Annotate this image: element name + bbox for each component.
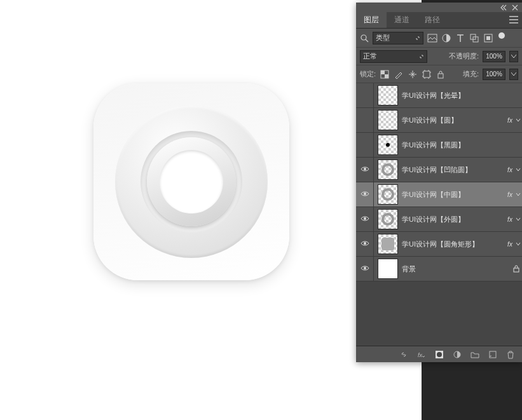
fill-field[interactable]: 100% (483, 69, 505, 80)
filter-shape-icon[interactable] (469, 33, 479, 43)
blend-mode-select[interactable]: 正常 (360, 50, 427, 63)
fx-indicator[interactable]: fx (505, 191, 514, 198)
link-layers-icon[interactable] (399, 349, 409, 360)
svg-point-0 (361, 35, 366, 40)
mask-add-icon[interactable] (434, 349, 444, 360)
close-panel-icon[interactable] (512, 4, 518, 11)
layer-thumbnail[interactable] (378, 135, 398, 155)
lock-pixels-icon[interactable] (394, 69, 404, 79)
layer-item[interactable]: 学UI设计网【黑圆】 (356, 133, 522, 158)
search-icon[interactable] (360, 34, 369, 43)
svg-point-12 (364, 168, 366, 170)
layer-name[interactable]: 学UI设计网【圆】 (402, 116, 505, 125)
visibility-toggle[interactable] (356, 108, 374, 132)
layer-name[interactable]: 学UI设计网【外圆】 (402, 215, 505, 224)
layer-thumbnail[interactable] (378, 184, 398, 205)
svg-point-14 (364, 217, 366, 220)
lock-indicator-icon (511, 265, 522, 273)
group-add-icon[interactable] (470, 349, 480, 360)
layer-name[interactable]: 学UI设计网【凹陷圆】 (402, 165, 505, 175)
visibility-toggle[interactable] (356, 232, 374, 256)
svg-rect-11 (438, 74, 443, 78)
tab-paths[interactable]: 路径 (417, 12, 448, 28)
blend-row: 正常 不透明度: 100% (356, 48, 522, 65)
layer-item[interactable]: 学UI设计网【圆】fx (356, 108, 522, 133)
svg-point-15 (364, 242, 366, 245)
svg-point-16 (364, 267, 366, 269)
blend-mode-value: 正常 (363, 51, 377, 61)
filter-type-label: 类型 (376, 33, 390, 43)
svg-text:fx: fx (418, 352, 423, 358)
visibility-toggle[interactable] (356, 133, 374, 157)
layer-thumbnail[interactable] (378, 259, 398, 279)
layers-panel: 图层 通道 路径 类型 正常 不透明度: 100% 锁定: (356, 3, 522, 362)
fx-indicator[interactable]: fx (505, 216, 514, 223)
layer-name[interactable]: 学UI设计网【光晕】 (402, 91, 522, 100)
panel-tabs: 图层 通道 路径 (356, 12, 522, 29)
layer-name[interactable]: 学UI设计网【圆角矩形】 (402, 240, 505, 249)
lock-all-icon[interactable] (436, 69, 446, 79)
expand-fx-icon[interactable] (514, 217, 522, 222)
layer-name[interactable]: 学UI设计网【黑圆】 (402, 140, 522, 150)
lock-transparent-icon[interactable] (380, 69, 390, 79)
filter-text-icon[interactable] (455, 33, 465, 43)
icon-squircle (93, 83, 289, 280)
expand-fx-icon[interactable] (514, 241, 522, 247)
layer-item[interactable]: 学UI设计网【圆角矩形】fx (356, 232, 522, 257)
fx-indicator[interactable]: fx (505, 166, 514, 173)
panel-header (356, 3, 522, 12)
layer-name[interactable]: 学UI设计网【中圆】 (402, 190, 505, 200)
layer-thumbnail[interactable] (378, 110, 398, 130)
opacity-label: 不透明度: (449, 51, 479, 61)
lock-artboard-icon[interactable] (422, 69, 432, 79)
svg-rect-1 (428, 34, 437, 42)
visibility-toggle[interactable] (356, 257, 374, 281)
expand-fx-icon[interactable] (514, 192, 522, 197)
expand-fx-icon[interactable] (514, 118, 522, 123)
visibility-toggle[interactable] (356, 182, 374, 207)
filter-toggle-icon[interactable] (498, 32, 505, 39)
svg-point-13 (364, 193, 366, 195)
filter-adjust-icon[interactable] (441, 33, 451, 43)
layer-item[interactable]: 学UI设计网【外圆】fx (356, 207, 522, 232)
layer-item[interactable]: 学UI设计网【凹陷圆】fx (356, 158, 522, 182)
collapse-panel-icon[interactable] (500, 4, 507, 11)
visibility-toggle[interactable] (356, 158, 374, 182)
tab-channels[interactable]: 通道 (387, 12, 417, 28)
svg-rect-17 (514, 268, 519, 272)
panel-footer: fx (356, 346, 522, 362)
layer-item[interactable]: 背景 (356, 257, 522, 281)
layer-name[interactable]: 背景 (402, 264, 511, 274)
layer-thumbnail[interactable] (378, 159, 398, 180)
adjustment-add-icon[interactable] (452, 349, 462, 360)
opacity-field[interactable]: 100% (483, 51, 505, 62)
layer-item[interactable]: 学UI设计网【光晕】 (356, 83, 522, 108)
svg-rect-9 (385, 74, 388, 78)
tab-layers[interactable]: 图层 (356, 12, 387, 28)
panel-menu-icon[interactable] (509, 16, 518, 24)
svg-rect-10 (423, 71, 430, 78)
fx-indicator[interactable]: fx (505, 241, 514, 248)
new-layer-icon[interactable] (488, 349, 498, 360)
layer-item[interactable]: 学UI设计网【中圆】fx (356, 182, 522, 207)
svg-rect-8 (381, 71, 385, 74)
visibility-toggle[interactable] (356, 83, 374, 107)
filter-type-select[interactable]: 类型 (373, 32, 423, 44)
layer-thumbnail[interactable] (378, 234, 398, 254)
lock-position-icon[interactable] (408, 69, 418, 79)
inner-circle (160, 150, 223, 213)
expand-fx-icon[interactable] (514, 167, 522, 172)
visibility-toggle[interactable] (356, 207, 374, 231)
fill-dropdown[interactable] (509, 69, 518, 80)
lock-label: 锁定: (360, 69, 376, 79)
filter-image-icon[interactable] (427, 33, 437, 43)
fx-indicator[interactable]: fx (505, 117, 514, 124)
delete-layer-icon[interactable] (505, 349, 516, 360)
layer-thumbnail[interactable] (378, 209, 398, 229)
lock-row: 锁定: 填充: 100% (356, 65, 522, 83)
layer-thumbnail[interactable] (378, 85, 398, 105)
fx-add-icon[interactable]: fx (416, 349, 427, 360)
filter-smart-icon[interactable] (483, 33, 493, 43)
svg-rect-6 (486, 36, 490, 40)
opacity-dropdown[interactable] (509, 51, 518, 62)
